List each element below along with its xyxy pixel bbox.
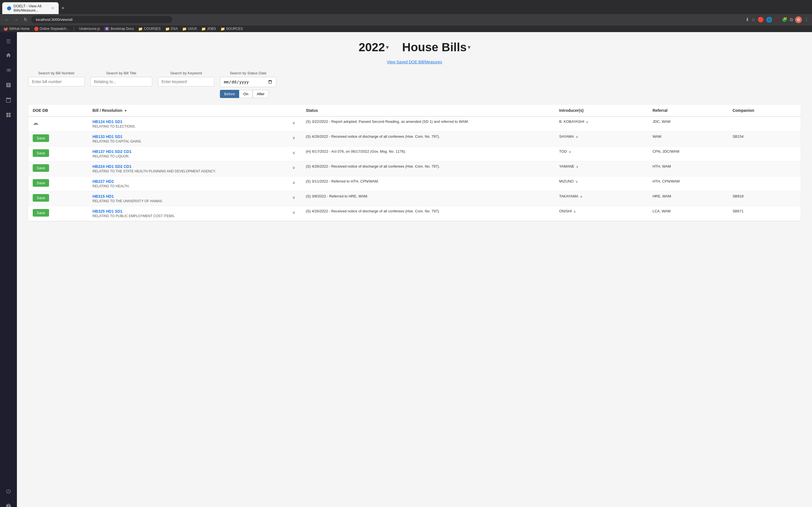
sidebar: ☰: [0, 32, 17, 507]
bill-type-selector[interactable]: House Bills ▾: [402, 41, 470, 54]
save-button-4[interactable]: Save: [33, 164, 49, 172]
year-selector[interactable]: 2022 ▾: [359, 41, 389, 54]
new-tab-button[interactable]: +: [59, 4, 67, 12]
tab-close-btn[interactable]: ✕: [51, 6, 54, 10]
bookmark-stopwatch[interactable]: 🛑 Online Stopwatch...: [34, 27, 69, 31]
bill-link-3[interactable]: HB137 HD1 SD2 CD1: [93, 149, 132, 154]
back-button[interactable]: ←: [3, 16, 10, 23]
bill-desc-3: RELATING TO LIQUOR.: [93, 154, 289, 158]
save-button-3[interactable]: Save: [33, 149, 49, 157]
more-options-icon[interactable]: ⋮: [804, 17, 809, 22]
bookmark-underscore[interactable]: Underscore.js: [79, 27, 100, 31]
introducer-name-5: MIZUNO: [559, 179, 573, 183]
bookmark-github[interactable]: 🐙 GitHub Home: [3, 27, 30, 31]
keyword-input[interactable]: [158, 77, 214, 87]
introducer-expand-5[interactable]: ∨: [575, 180, 578, 184]
save-button-5[interactable]: Save: [33, 179, 49, 187]
save-button-6[interactable]: Save: [33, 194, 49, 202]
introducer-expand-6[interactable]: ∨: [580, 194, 582, 199]
introducer-expand-4[interactable]: ∨: [576, 165, 578, 169]
sidebar-grid-icon[interactable]: [2, 109, 15, 122]
saved-link[interactable]: View Saved DOE Bill/Measures: [28, 60, 801, 64]
extension-icon-chrome[interactable]: 🌐: [766, 17, 772, 23]
bill-link-4[interactable]: HB224 HD1 SD2 CD1: [93, 164, 132, 169]
introducer-expand-3[interactable]: ∨: [569, 150, 571, 154]
year-dropdown-icon: ▾: [386, 44, 389, 50]
companion-cell-7: SB671: [728, 206, 801, 221]
bookmark-jobs[interactable]: 📁 JOBS: [201, 27, 216, 31]
courses-folder-icon: 📁: [138, 27, 143, 31]
bill-link-2[interactable]: HB133 HD1 SD1: [93, 134, 123, 139]
sidebar-help-icon[interactable]: [2, 501, 15, 507]
bill-expand-btn-4[interactable]: ∨: [291, 165, 297, 170]
url-bar[interactable]: localhost:3000/view/all: [31, 16, 172, 23]
bill-desc-5: RELATING TO HEALTH.: [93, 184, 289, 188]
browser-actions: ⬇ ☆ 🔴 🌐 🛡 🧩 ⧉ G ⋮: [746, 16, 809, 23]
download-icon[interactable]: ⬇: [746, 17, 749, 22]
save-button-2[interactable]: Save: [33, 134, 49, 142]
bookmark-uiux[interactable]: 📁 UI/UX: [182, 27, 197, 31]
table-row: ☁ HB124 HD1 SD1 RELATING TO ELECTIONS. ∨…: [28, 116, 801, 131]
bill-link-6[interactable]: HB315 HD1: [93, 194, 114, 199]
save-button-7[interactable]: Save: [33, 209, 49, 217]
bill-expand-btn-6[interactable]: ∨: [291, 194, 297, 200]
bill-number-search-group: Search by Bill Number: [28, 71, 85, 87]
active-tab[interactable]: 🔵 DOELT - View All Bills/Measure... ✕: [2, 2, 59, 14]
before-date-button[interactable]: Before: [220, 90, 239, 98]
col-header-referral: Referral: [648, 105, 728, 116]
on-date-button[interactable]: On: [239, 90, 252, 98]
sidebar-home-icon[interactable]: [2, 50, 15, 62]
bookmark-star-icon[interactable]: ☆: [751, 17, 755, 22]
introducer-cell-5: MIZUNO ∨: [555, 176, 648, 191]
status-cell-1: (S) 3/22/2022 - Report adopted; Passed S…: [301, 116, 555, 131]
sidebar-power-icon[interactable]: [2, 486, 15, 498]
bill-cell-3: HB137 HD1 SD2 CD1 RELATING TO LIQUOR. ∨: [88, 147, 301, 161]
col-header-doe-db: DOE DB: [28, 105, 88, 116]
bill-link-5[interactable]: HB227 HD2: [93, 179, 114, 184]
table-row: Save HB315 HD1 RELATING TO THE UNIVERSIT…: [28, 191, 801, 206]
introducer-cell-3: TOD ∨: [555, 147, 648, 161]
introducer-expand-1[interactable]: ∨: [586, 120, 589, 124]
bookmark-sources[interactable]: 📁 SOURCES: [220, 27, 243, 31]
tab-bar: 🔵 DOELT - View All Bills/Measure... ✕ +: [0, 0, 812, 14]
reload-button[interactable]: ↻: [22, 16, 29, 23]
bill-number-input[interactable]: [28, 77, 85, 87]
introducer-expand-7[interactable]: ∨: [573, 210, 576, 214]
status-cell-6: (S) 3/8/2022 - Referred to HRE, WAM.: [301, 191, 555, 206]
extension-puzzle-icon[interactable]: 🧩: [782, 17, 788, 22]
doe-db-cell-4: Save: [28, 161, 88, 176]
bill-expand-btn-1[interactable]: ∨: [291, 120, 297, 126]
extension-icon-shield[interactable]: 🛡: [774, 17, 779, 22]
forward-button[interactable]: →: [13, 16, 20, 23]
uiux-folder-icon: 📁: [182, 27, 187, 31]
bookmark-dsa[interactable]: 📁 DSA: [165, 27, 178, 31]
window-icon[interactable]: ⧉: [790, 17, 793, 22]
sidebar-calendar-icon[interactable]: [2, 94, 15, 107]
status-date-input[interactable]: [220, 77, 276, 87]
bill-link-7[interactable]: HB325 HD1 SD1: [93, 209, 123, 214]
sidebar-notes-icon[interactable]: [2, 79, 15, 92]
referral-cell-5: HTH, CPN/WAM: [648, 176, 728, 191]
bill-expand-btn-5[interactable]: ∨: [291, 180, 297, 185]
bookmark-bootstrap[interactable]: B Bootstrap Docs: [104, 27, 134, 31]
referral-cell-7: LCA, WAM: [648, 206, 728, 221]
bill-expand-btn-7[interactable]: ∨: [291, 210, 297, 215]
sidebar-menu-icon[interactable]: ☰: [2, 36, 15, 47]
introducer-cell-4: YAMANE ∨: [555, 161, 648, 176]
introducer-name-2: SAYAMA: [559, 134, 574, 138]
search-row: Search by Bill Number Search by Bill Tit…: [28, 71, 801, 98]
bill-expand-btn-2[interactable]: ∨: [291, 135, 297, 140]
bill-desc-4: RELATING TO THE STATE HEALTH PLANNING AN…: [93, 169, 289, 173]
introducer-expand-2[interactable]: ∨: [576, 135, 578, 139]
extension-icon-red[interactable]: 🔴: [758, 17, 764, 23]
bill-title-input[interactable]: [90, 77, 152, 87]
jobs-folder-icon: 📁: [201, 27, 206, 31]
year-value: 2022: [359, 41, 385, 54]
after-date-button[interactable]: After: [253, 90, 269, 98]
user-avatar[interactable]: G: [795, 16, 802, 23]
bookmark-courses[interactable]: 📁 COURSES: [138, 27, 160, 31]
introducer-name-7: ONISHI: [559, 209, 572, 213]
sidebar-list-icon[interactable]: [2, 64, 15, 77]
bill-expand-btn-3[interactable]: ∨: [291, 150, 297, 156]
bill-link-1[interactable]: HB124 HD1 SD1: [93, 119, 123, 124]
